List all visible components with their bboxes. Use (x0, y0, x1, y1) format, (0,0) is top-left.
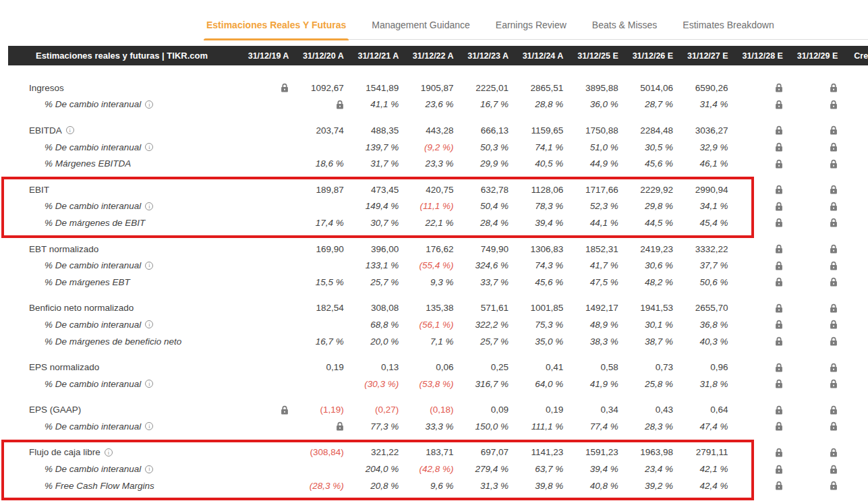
value-cell: 39,4 % (565, 464, 619, 474)
lock-icon (775, 405, 783, 415)
value-cell: 47,4 % (674, 421, 729, 432)
column-header: 31/12/24 A (510, 51, 565, 61)
column-header: 31/12/20 A (290, 51, 345, 61)
lock-icon (775, 379, 783, 388)
locked-value-cell (784, 465, 839, 474)
locked-value-cell (784, 202, 839, 211)
value-cell: (28,3 %) (290, 481, 345, 491)
value-cell: (30,3 %) (345, 379, 400, 389)
value-cell: 44,9 % (565, 158, 619, 169)
locked-value-cell (730, 379, 784, 388)
info-icon[interactable] (145, 465, 153, 473)
info-icon[interactable] (145, 143, 153, 151)
value-cell: 0,34 (565, 405, 619, 415)
tab-management-guidance[interactable]: Management Guidance (369, 13, 473, 39)
value-cell: 3895,88 (565, 83, 619, 93)
info-icon[interactable] (145, 422, 153, 430)
value-cell: 1941,53 (620, 303, 674, 313)
locked-value-cell (784, 320, 839, 329)
lock-icon (775, 185, 783, 194)
metric-label-text: Benficio neto normalizado (29, 303, 134, 313)
metric-label: EPS normalizado (8, 362, 235, 372)
locked-value-cell (730, 363, 784, 372)
value-cell: 2655,70 (674, 303, 729, 313)
tab-estimates-breakdown[interactable]: Estimates Breakdown (680, 13, 776, 39)
value-cell: 28,3 % (620, 421, 674, 432)
value-cell: 25,7 % (345, 277, 400, 287)
value-cell: 322,2 % (455, 320, 510, 330)
metric-label-text: % De cambio interanual (45, 201, 141, 211)
value-cell: 30,6 % (620, 260, 674, 270)
value-cell: 28,8 % (510, 99, 565, 109)
value-cell: 23,4 % (620, 464, 674, 474)
lock-icon (830, 125, 838, 135)
value-cell: 111,1 % (510, 421, 565, 432)
value-cell: 1306,83 (510, 244, 565, 254)
value-cell: 78,3 % (510, 201, 565, 211)
column-header: Crecm (839, 51, 868, 61)
metric-group: EPS (GAAP)(1,19)(0,27)(0,18)0,090,190,34… (8, 402, 868, 435)
locked-value-cell (730, 320, 784, 329)
value-cell: 41,7 % (565, 260, 619, 270)
value-cell: 0,19 (510, 405, 565, 415)
lock-icon (830, 421, 838, 431)
lock-icon (830, 159, 838, 169)
metric-group-highlighted: Flujo de caja libre(308,84)321,22183,716… (8, 444, 868, 494)
locked-value-cell (730, 481, 784, 490)
metric-group: Benficio neto normalizado182,54308,08135… (8, 300, 868, 350)
value-cell: 0,64 (674, 405, 729, 415)
lock-icon (775, 261, 783, 270)
info-icon[interactable] (145, 262, 153, 270)
locked-value-cell (784, 244, 839, 254)
tab-estimaciones-reales-y-futuras[interactable]: Estimaciones Reales Y Futuras (204, 13, 349, 39)
metric-label: % De cambio interanual (8, 379, 235, 389)
value-cell: 7,1 % (400, 336, 455, 347)
info-icon[interactable] (105, 448, 113, 456)
value-cell: 5014,06 (620, 83, 674, 93)
locked-value-cell (235, 405, 290, 415)
value-cell: 37,7 % (674, 260, 729, 270)
info-icon[interactable] (145, 320, 153, 328)
metric-label: % De cambio interanual (8, 260, 235, 270)
metric-label: % De cambio interanual (8, 99, 235, 109)
metric-label-text: EPS normalizado (29, 362, 99, 372)
value-cell: 3036,27 (674, 125, 729, 136)
value-cell: 22,1 % (400, 218, 455, 228)
table-row: % De cambio interanual204,0 %(42,8 %)279… (8, 461, 868, 477)
value-cell: 6590,26 (674, 83, 729, 93)
value-cell: 23,3 % (400, 158, 455, 169)
value-cell: 18,6 % (290, 158, 345, 169)
info-icon[interactable] (145, 100, 153, 109)
metric-label-text: % Free Cash Flow Margins (45, 481, 154, 491)
metric-label: % De márgenes de beneficio neto (8, 336, 235, 347)
locked-value-cell (784, 379, 839, 388)
lock-icon (775, 481, 783, 490)
value-cell: 77,3 % (345, 421, 400, 432)
tab-earnings-review[interactable]: Earnings Review (493, 13, 569, 39)
table-row: EPS (GAAP)(1,19)(0,27)(0,18)0,090,190,34… (8, 402, 868, 419)
value-cell: 149,4 % (345, 201, 400, 211)
info-icon[interactable] (145, 380, 153, 388)
lock-icon (830, 320, 838, 329)
value-cell: 42,4 % (674, 481, 729, 491)
metric-label: % De cambio interanual (8, 201, 235, 211)
value-cell: 50,3 % (455, 142, 510, 152)
metric-label-text: % De márgenes de EBIT (45, 218, 145, 228)
metric-label-text: Ingresos (29, 83, 64, 93)
metric-label: % De márgenes EBT (8, 277, 235, 287)
value-cell: 38,7 % (620, 336, 674, 347)
value-cell: 28,4 % (455, 218, 510, 228)
value-cell: 2865,51 (510, 83, 565, 93)
tab-beats-misses[interactable]: Beats & Misses (589, 13, 660, 39)
value-cell: 63,7 % (510, 464, 565, 474)
table-body: Ingresos1092,671541,891905,872225,012865… (8, 65, 868, 494)
value-cell: 632,78 (455, 185, 510, 195)
value-cell: 182,54 (290, 303, 345, 313)
lock-icon (830, 405, 838, 415)
locked-value-cell (235, 83, 290, 92)
metric-label: EBIT (8, 185, 235, 195)
info-icon[interactable] (145, 202, 153, 210)
info-icon[interactable] (66, 126, 74, 134)
locked-value-cell (784, 303, 839, 313)
table-row: EBIT189,87473,45420,75632,781128,061717,… (8, 181, 868, 198)
